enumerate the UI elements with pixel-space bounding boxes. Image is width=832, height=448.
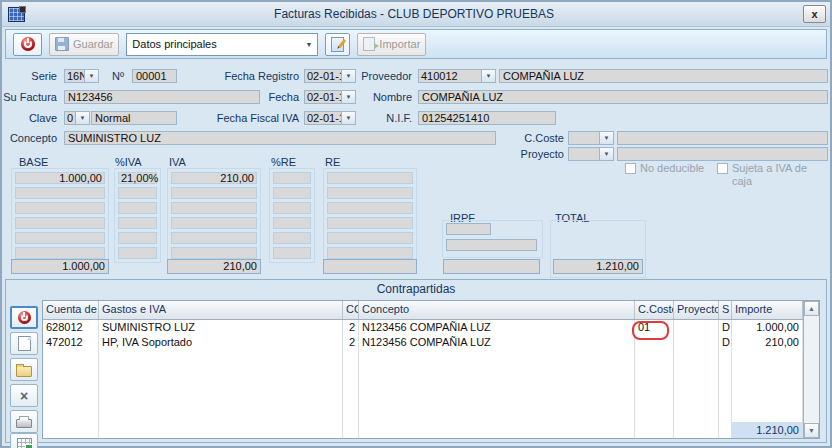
pct-re-input[interactable] [273,187,311,199]
chevron-down-icon[interactable]: ▼ [84,69,99,83]
iva-input[interactable] [171,187,257,199]
irpf-pct-field[interactable] [446,223,491,235]
pct-iva-input[interactable] [118,232,157,244]
cell-gastos: HP, IVA Soportado [99,335,343,350]
base-input[interactable] [15,247,105,259]
contrapartidas-panel: Contrapartidas × Cuenta de Gastos e IVA [5,279,827,443]
total-field: 1.210,00 [553,259,643,274]
save-button[interactable]: Guardar [49,33,119,56]
proyecto-combobox[interactable]: ▼ [568,147,614,161]
base-input[interactable] [15,187,105,199]
fecha-registro-datepicker[interactable]: 02-01-16 ▼ [304,69,356,83]
chevron-down-icon[interactable]: ▼ [341,90,356,104]
cell-cuenta: 628012 [43,320,99,335]
contrapartidas-title: Contrapartidas [6,282,826,296]
header-cc: CC [343,301,359,319]
iva-input[interactable] [171,217,257,229]
pct-re-input[interactable] [273,232,311,244]
table-row[interactable]: 472012 HP, IVA Soportado 2 N123456 COMPA… [43,335,803,350]
pct-iva-column-group: 21,00% [114,168,161,263]
contrapartidas-exit-button[interactable] [10,306,38,329]
delete-row-button[interactable]: × [10,384,38,407]
re-input[interactable] [327,172,413,184]
import-button-label: Importar [379,38,420,50]
irpf-base-field[interactable] [446,239,537,251]
printer-icon [16,419,32,428]
base-column-label: BASE [19,155,59,169]
open-button[interactable] [10,358,38,381]
cell-importe: 210,00 [732,335,803,350]
chevron-down-icon[interactable]: ▼ [599,147,614,161]
serie-combobox[interactable]: 16N ▼ [64,69,99,83]
view-selector-combobox[interactable]: Datos principales ▼ [126,33,318,56]
header-proyecto: Proyecto [674,301,719,319]
facturas-recibidas-window: Facturas Recibidas - CLUB DEPORTIVO PRUE… [0,0,832,448]
pct-re-input[interactable] [273,202,311,214]
cell-gastos: SUMINISTRO LUZ [99,320,343,335]
chevron-down-icon[interactable]: ▼ [481,69,496,83]
iva-input[interactable] [171,202,257,214]
clave-combobox[interactable]: 0 ▼ [64,111,90,125]
clave-desc-field[interactable]: Normal [91,111,177,125]
edit-button[interactable] [325,33,350,56]
fecha-fiscal-iva-label: Fecha Fiscal IVA [209,111,299,125]
export-grid-button[interactable] [10,433,38,448]
iva-input[interactable] [171,232,257,244]
scroll-down-icon[interactable]: ▼ [804,423,819,438]
pct-re-input[interactable] [273,172,311,184]
base-input[interactable] [15,232,105,244]
sujeta-iva-caja-checkbox[interactable] [717,163,728,174]
new-document-icon [18,336,31,351]
pct-re-input[interactable] [273,247,311,259]
edit-pencil-icon [331,37,344,52]
nif-field[interactable]: 01254251410 [418,111,556,125]
chevron-down-icon[interactable]: ▼ [599,131,614,145]
chevron-down-icon[interactable]: ▼ [341,111,356,125]
pct-iva-input[interactable] [118,202,157,214]
iva-total-field: 210,00 [167,259,261,274]
scroll-up-icon[interactable]: ▲ [804,301,819,316]
proyecto-desc-field[interactable] [617,147,828,161]
header-cuenta: Cuenta de [43,301,99,319]
pct-iva-input[interactable] [118,247,157,259]
re-input[interactable] [327,187,413,199]
re-input[interactable] [327,232,413,244]
re-column-label: RE [325,155,365,169]
table-row[interactable]: 628012 SUMINISTRO LUZ 2 N123456 COMPAÑIA… [43,320,803,335]
print-button[interactable] [10,410,38,433]
vertical-scrollbar[interactable]: ▲ ▼ [803,301,819,438]
ccoste-desc-field[interactable] [617,131,828,145]
header-concepto: Concepto [359,301,635,319]
proveedor-name-field[interactable]: COMPAÑIA LUZ [499,69,828,83]
fecha-datepicker[interactable]: 02-01-16 ▼ [304,90,356,104]
proveedor-combobox[interactable]: 410012 ▼ [418,69,496,83]
pct-iva-input[interactable]: 21,00% [118,172,157,184]
base-input[interactable]: 1.000,00 [15,172,105,184]
contrapartidas-table: Cuenta de Gastos e IVA CC Concepto C.Cos… [42,300,820,439]
nombre-field[interactable]: COMPAÑIA LUZ [418,90,828,104]
new-row-button[interactable] [10,332,38,355]
no-deducible-checkbox[interactable] [625,163,636,174]
concepto-field[interactable]: SUMINISTRO LUZ [64,131,496,145]
ccoste-combobox[interactable]: ▼ [568,131,614,145]
pct-iva-input[interactable] [118,217,157,229]
main-toolbar: Guardar Datos principales ▼ Importar [5,29,827,59]
re-input[interactable] [327,247,413,259]
exit-button[interactable] [13,33,42,56]
base-input[interactable] [15,217,105,229]
nombre-label: Nombre [362,90,412,104]
close-button[interactable]: x [803,5,826,23]
numero-field[interactable]: 00001 [132,69,177,83]
iva-input[interactable] [171,247,257,259]
re-input[interactable] [327,217,413,229]
su-factura-field[interactable]: N123456 [64,90,260,104]
import-button[interactable]: Importar [357,33,426,56]
re-input[interactable] [327,202,413,214]
pct-re-input[interactable] [273,217,311,229]
pct-iva-input[interactable] [118,187,157,199]
base-input[interactable] [15,202,105,214]
fecha-fiscal-iva-datepicker[interactable]: 02-01-16 ▼ [304,111,356,125]
header-importe: Importe [732,301,803,319]
chevron-down-icon[interactable]: ▼ [75,111,90,125]
iva-input[interactable]: 210,00 [171,172,257,184]
